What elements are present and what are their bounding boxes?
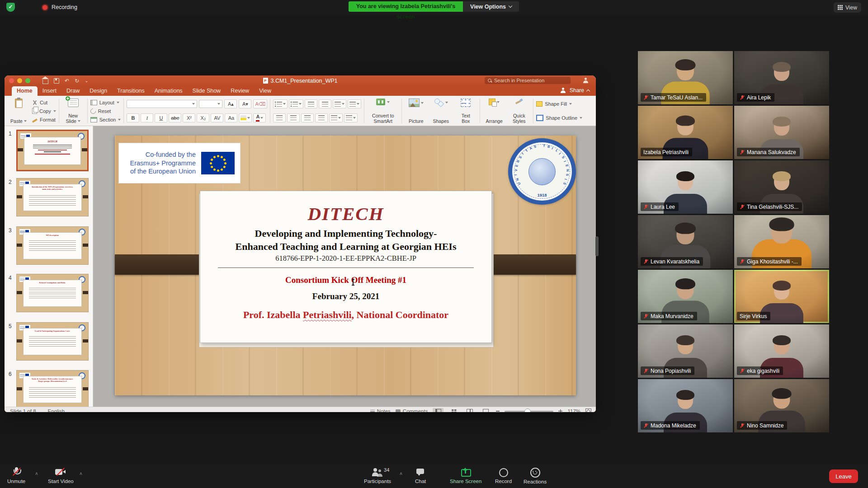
quick-styles-button[interactable]: Quick Styles xyxy=(508,97,530,125)
tab-design[interactable]: Design xyxy=(85,86,112,96)
align-text-button[interactable] xyxy=(344,113,358,122)
paste-button[interactable]: Paste xyxy=(7,97,30,125)
text-direction-button[interactable] xyxy=(329,113,343,122)
zoom-slider[interactable] xyxy=(505,411,553,412)
share-button[interactable]: Share xyxy=(561,87,590,94)
chat-button[interactable]: Chat xyxy=(415,467,426,484)
participant-tile[interactable]: Giga Khositashvili -... xyxy=(734,215,829,268)
font-style-button-av[interactable]: AV xyxy=(211,113,223,122)
align-center-button[interactable] xyxy=(287,113,300,122)
panel-resize-handle[interactable] xyxy=(595,236,599,256)
slideshow-button[interactable] xyxy=(480,408,491,413)
slide-thumbnail-5[interactable]: Lead & Participating Organizations Costs xyxy=(16,322,89,361)
minimize-window-button[interactable] xyxy=(17,78,22,83)
video-options-chevron[interactable]: ˄ xyxy=(80,471,82,476)
highlight-color-button[interactable] xyxy=(239,113,252,122)
slide[interactable]: Co-funded by the Erasmus+ Programme of t… xyxy=(115,136,576,395)
collapse-ribbon-icon[interactable] xyxy=(586,89,590,93)
undo-icon[interactable]: ↶ xyxy=(65,78,69,84)
format-painter-button[interactable]: Format xyxy=(32,116,56,123)
arrange-button[interactable]: Arrange xyxy=(483,97,505,125)
zoom-window-button[interactable] xyxy=(25,78,30,83)
shapes-button[interactable]: Shapes xyxy=(429,97,452,125)
ppt-titlebar[interactable]: ↶ ↻ ⌄ P 3.CM1_Presentation_WP1 Search in… xyxy=(5,75,596,86)
participant-tile[interactable]: Sirje Virkus xyxy=(734,270,829,323)
participant-tile[interactable]: Levan Kvaratskhelia xyxy=(638,215,733,268)
start-video-button[interactable]: Start Video xyxy=(48,467,74,484)
participant-tile[interactable]: Izabela Petriashvili xyxy=(638,106,733,159)
shape-fill-button[interactable]: Shape Fill xyxy=(536,100,582,108)
participant-tile[interactable]: Aira Lepik xyxy=(734,51,829,104)
shape-outline-button[interactable]: Shape Outline xyxy=(536,114,582,122)
font-style-button-i[interactable]: I xyxy=(141,113,153,122)
participant-tile[interactable]: Nino Samnidze xyxy=(734,379,829,432)
increase-indent-button[interactable] xyxy=(319,99,331,108)
tab-animations[interactable]: Animations xyxy=(150,86,188,96)
normal-view-button[interactable] xyxy=(433,408,443,413)
font-style-button-x²[interactable]: X² xyxy=(183,113,195,122)
slide-thumbnail-3[interactable]: WP description xyxy=(16,226,89,265)
font-color-button[interactable]: A xyxy=(253,113,266,122)
slide-thumbnail-2[interactable]: Introduction of the WP1 (Preparation): o… xyxy=(16,178,89,216)
zoom-slider-knob[interactable] xyxy=(524,408,531,412)
share-screen-button[interactable]: Share Screen xyxy=(450,467,481,484)
convert-smartart-button[interactable]: Convert to SmartArt xyxy=(367,97,399,125)
view-button[interactable]: View xyxy=(834,2,861,13)
decrease-font-button[interactable]: A▾ xyxy=(239,99,251,108)
fit-slide-button[interactable] xyxy=(585,408,591,413)
font-style-button-u[interactable]: U xyxy=(155,113,167,122)
record-button[interactable]: Record xyxy=(495,467,512,484)
slide-thumbnail-4[interactable]: Related Assumptions and Risks xyxy=(16,274,89,312)
font-style-button-aa[interactable]: Aa xyxy=(225,113,237,122)
participants-options-chevron[interactable]: ˄ xyxy=(400,471,402,476)
audio-options-chevron[interactable]: ˄ xyxy=(35,471,38,476)
tab-draw[interactable]: Draw xyxy=(61,86,85,96)
participant-tile[interactable]: eka gigashvili xyxy=(734,324,829,378)
participant-tile[interactable]: Manana Salukvadze xyxy=(734,106,829,159)
unmute-button[interactable]: Unmute xyxy=(7,467,25,484)
security-shield-icon[interactable]: ✓ xyxy=(6,3,15,12)
reset-button[interactable]: Reset xyxy=(90,107,121,115)
line-spacing-button[interactable] xyxy=(333,99,346,108)
slide-thumbnail-1[interactable]: DITECH xyxy=(16,130,89,171)
participant-tile[interactable]: Tamar TeSaU Aslan... xyxy=(638,51,733,104)
tab-slide-show[interactable]: Slide Show xyxy=(188,86,226,96)
participant-tile[interactable]: Maka Murvanidze xyxy=(638,270,733,323)
reactions-button[interactable]: Reactions xyxy=(524,467,547,485)
tab-insert[interactable]: Insert xyxy=(38,86,61,96)
save-icon[interactable] xyxy=(54,78,59,84)
comments-button[interactable]: Comments xyxy=(396,408,428,412)
clear-formatting-button[interactable]: A⌫ xyxy=(253,99,267,108)
tab-home[interactable]: Home xyxy=(12,86,38,96)
slide-sorter-view-button[interactable] xyxy=(448,408,459,413)
zoom-out-button[interactable] xyxy=(496,411,500,412)
align-left-button[interactable] xyxy=(273,113,286,122)
numbering-button[interactable] xyxy=(289,99,303,108)
font-size-select[interactable] xyxy=(199,100,222,108)
cut-button[interactable]: Cut xyxy=(32,99,56,106)
font-style-button-x₂[interactable]: X₂ xyxy=(197,113,209,122)
slide-thumbnail-6[interactable]: Tasks & Activities: Deliverables /result… xyxy=(16,370,89,408)
justify-button[interactable] xyxy=(315,113,328,122)
font-style-button-b[interactable]: B xyxy=(127,113,139,122)
participant-tile[interactable]: Tina Gelashvili-SJS... xyxy=(734,160,829,214)
tab-transitions[interactable]: Transitions xyxy=(112,86,150,96)
redo-icon[interactable]: ↻ xyxy=(75,78,79,84)
text-box-button[interactable]: Text Box xyxy=(454,97,477,125)
align-right-button[interactable] xyxy=(301,113,314,122)
columns-button[interactable] xyxy=(348,99,361,108)
notes-button[interactable]: Notes xyxy=(370,408,391,412)
section-button[interactable]: Section xyxy=(90,116,121,123)
participants-button[interactable]: 34 Participants xyxy=(364,467,391,484)
language-indicator[interactable]: English xyxy=(48,408,65,412)
font-style-button-abe[interactable]: abe xyxy=(169,113,181,122)
view-options-button[interactable]: View Options xyxy=(463,1,519,12)
layout-button[interactable]: Layout xyxy=(90,99,121,106)
tab-view[interactable]: View xyxy=(254,86,276,96)
font-name-select[interactable] xyxy=(127,100,197,108)
decrease-indent-button[interactable] xyxy=(305,99,317,108)
reading-view-button[interactable] xyxy=(464,408,475,413)
participant-tile[interactable]: Madona Mikeladze xyxy=(638,379,733,432)
copy-button[interactable]: Copy xyxy=(32,107,56,115)
home-icon[interactable] xyxy=(42,80,48,84)
